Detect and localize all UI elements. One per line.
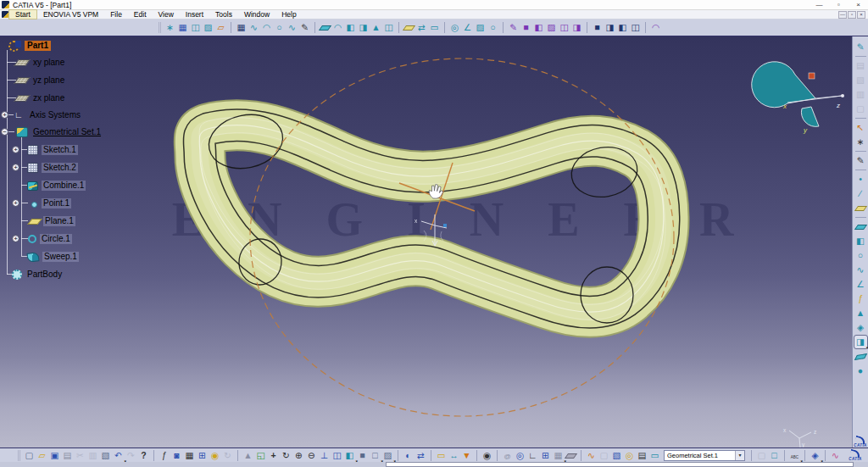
menu-enovia[interactable]: ENOVIA V5 VPM [37,10,104,19]
whats-this-icon[interactable] [137,449,150,462]
expand-icon-sketch2[interactable] [12,164,19,171]
plane-surface-icon[interactable] [403,21,415,34]
extrude-surface-icon[interactable] [854,220,867,233]
erase-icon[interactable] [648,449,661,462]
revolve-surface-icon[interactable] [331,21,344,34]
three-point-arc-icon[interactable] [273,21,286,34]
close-surface-icon[interactable] [520,21,532,34]
working-plane-icon[interactable] [565,449,577,462]
spiral-icon[interactable] [501,449,514,462]
ruler-icon[interactable] [435,449,448,462]
tree-item-yz-plane[interactable]: yz plane [14,75,66,86]
menu-edit[interactable]: Edit [128,10,153,19]
corner-tool-icon[interactable] [854,278,867,291]
volume-shell-icon[interactable] [570,21,583,34]
trim-icon[interactable] [474,21,487,34]
sphere-surface-icon[interactable] [854,364,867,377]
copy-format-icon[interactable] [598,449,610,462]
globe-icon[interactable] [514,449,526,462]
freestyle-curve-icon[interactable] [829,449,842,462]
tree-item-partbody[interactable]: PartBody [12,269,64,281]
compass-free-rotation-handle[interactable] [841,94,844,97]
sketcher-icon[interactable] [854,41,867,53]
copy-format-icon[interactable] [854,88,867,101]
tree-item-zx-plane[interactable]: zx plane [14,92,66,104]
select-cursor-icon[interactable] [854,121,867,134]
save-icon[interactable] [48,449,61,462]
sketch-tools-icon[interactable] [854,154,867,167]
volume-draft-icon[interactable] [558,21,570,34]
doc-close-button[interactable]: × [857,11,865,19]
update-icon[interactable] [221,449,234,462]
volume-extrude-icon[interactable] [532,21,545,34]
symmetry-icon[interactable] [415,21,428,34]
paste-format-icon[interactable] [854,59,867,72]
extrude-surface-icon[interactable] [319,21,331,34]
structure-grid-icon[interactable] [539,449,552,462]
tree-item-circle1[interactable]: Circle.1 [28,233,72,245]
isometric-view-icon[interactable]: ▾ [343,449,356,462]
hide-show-icon[interactable] [402,449,415,462]
toolbar-grip[interactable] [18,450,20,461]
toolbar-grip[interactable] [159,22,161,33]
chevron-down-icon[interactable]: ▾ [735,451,744,460]
copy-icon[interactable] [86,449,99,462]
sweep-surface-icon[interactable] [854,350,867,363]
fit-all-in-icon[interactable] [254,449,267,462]
box-icon[interactable] [768,449,781,462]
tree-item-xy-plane[interactable]: xy plane [14,57,66,69]
law-tool-icon[interactable] [854,292,867,305]
blend-surface-icon[interactable] [854,321,867,334]
doc-minimize-button[interactable]: — [838,11,847,19]
minimize-button[interactable]: — [811,0,827,9]
menu-window[interactable]: Window [238,10,275,19]
formula-icon[interactable] [158,449,170,462]
paste-format-icon[interactable] [610,449,623,462]
abc-mapping-icon[interactable]: ▾ [788,449,801,462]
fill-surface-icon[interactable] [854,307,867,320]
undo-icon[interactable]: ▾ [112,449,125,462]
new-icon[interactable] [23,449,36,462]
grid-icon[interactable]: ▾ [552,449,565,462]
compass[interactable]: x y z [752,62,844,134]
expand-icon-point1[interactable] [12,199,19,207]
restore-button[interactable]: ▫ [831,0,847,9]
measure-inertia-icon[interactable] [460,449,473,462]
menu-file[interactable]: File [104,10,128,19]
expand-icon-circle1[interactable] [12,235,19,242]
menu-view[interactable]: View [153,10,180,19]
tree-item-sweep1[interactable]: Sweep.1 [27,251,79,263]
print-icon[interactable] [61,449,74,462]
format-icon[interactable] [854,103,867,115]
pan-icon[interactable] [267,449,280,462]
wave-analysis-icon[interactable] [585,449,598,462]
snap-icon[interactable] [164,21,176,34]
rotate-icon[interactable] [280,449,292,462]
swap-visible-space-icon[interactable] [415,449,427,462]
command-input[interactable] [386,462,854,467]
normal-view-icon[interactable] [318,449,331,462]
tree-item-point1[interactable]: Point.1 [29,197,71,209]
zoom-in-icon[interactable] [292,449,305,462]
snapshot-icon[interactable] [481,449,493,462]
snap-icon[interactable] [854,136,867,148]
chat-icon[interactable] [170,449,183,462]
paste-format-icon[interactable] [854,74,867,86]
union-trim-icon[interactable] [629,21,642,34]
menu-tools[interactable]: Tools [209,10,238,19]
expand-icon-axis-systems[interactable] [1,111,8,119]
tree-item-sketch1[interactable]: Sketch.1 [27,144,78,156]
tree-item-plane1[interactable]: Plane.1 [27,215,75,227]
assemble-volume-icon[interactable] [616,21,629,34]
grid-icon[interactable] [176,21,189,34]
line-tool-icon[interactable] [854,187,867,200]
design-table-icon[interactable] [183,449,196,462]
measure-item-icon[interactable] [448,449,460,462]
sew-volume-icon[interactable] [604,21,616,34]
menu-insert[interactable]: Insert [180,10,209,19]
sketcher-icon[interactable] [235,21,248,34]
boundary-icon[interactable] [487,21,499,34]
profile-icon[interactable] [248,21,260,34]
join-icon[interactable] [448,21,461,34]
spline-tool-icon[interactable] [854,264,867,276]
